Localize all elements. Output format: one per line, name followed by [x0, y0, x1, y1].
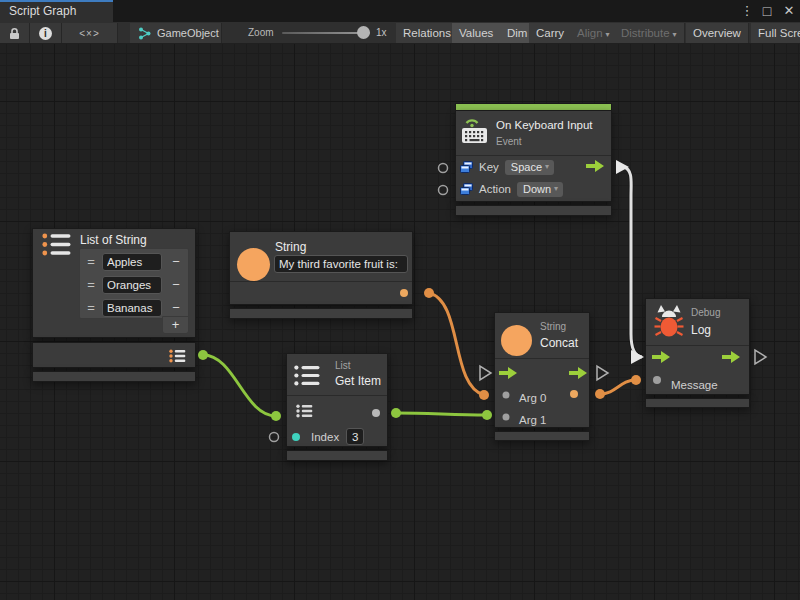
concat-flow-input-triangle[interactable] — [480, 366, 491, 380]
index-value-input[interactable] — [346, 428, 364, 445]
relations-label: Relations — [403, 27, 451, 39]
zoom-slider-handle[interactable] — [357, 26, 370, 39]
remove-item-button[interactable]: − — [162, 254, 190, 269]
chevron-down-icon: ▾ — [673, 30, 677, 39]
flow-ports-row — [495, 359, 589, 387]
overview-label: Overview — [693, 27, 741, 39]
window-maximize-icon[interactable]: □ — [758, 0, 776, 22]
list-output-port-icon[interactable] — [169, 349, 186, 363]
title-bar: Script Graph ⋮ □ ✕ — [0, 0, 800, 22]
lock-icon — [9, 27, 20, 40]
graph-toolbar: i <×> GameObject Zoom 1x Relations Value… — [0, 22, 800, 44]
node-title: On Keyboard Input — [496, 119, 593, 131]
values-label: Values — [459, 27, 493, 39]
concat-result-port[interactable] — [595, 389, 605, 399]
keyboard-key-port[interactable] — [439, 164, 448, 173]
zoom-label: Zoom — [248, 27, 274, 38]
flow-ports-row — [646, 346, 749, 373]
concat-arg0-input-port[interactable] — [479, 390, 489, 400]
concat-flow-output-triangle[interactable] — [597, 366, 608, 380]
tab-script-graph[interactable]: Script Graph — [0, 0, 113, 22]
distribute-label: Distribute — [621, 27, 670, 39]
keyboard-icon — [462, 115, 488, 144]
index-port-label: Index — [311, 431, 339, 443]
node-title: Get Item — [335, 374, 381, 388]
node-footer — [494, 431, 590, 441]
keyboard-flow-output-triangle[interactable] — [616, 160, 629, 174]
align-dropdown[interactable]: Align▾ — [570, 23, 618, 43]
zoom-value: 1x — [376, 27, 387, 38]
node-category: Debug — [691, 307, 720, 318]
distribute-dropdown[interactable]: Distribute▾ — [614, 23, 685, 43]
overview-button[interactable]: Overview — [686, 23, 749, 43]
gameobject-reference[interactable]: GameObject — [130, 23, 222, 43]
string-type-icon — [237, 248, 270, 281]
add-item-button[interactable]: + — [162, 316, 189, 334]
drag-handle-icon[interactable]: = — [80, 277, 102, 292]
log-flow-output-triangle[interactable] — [755, 350, 766, 364]
list-input-port-icon[interactable] — [296, 404, 313, 418]
values-toggle[interactable]: Values — [452, 23, 501, 43]
fullscreen-button[interactable]: Full Screen — [751, 23, 800, 43]
wire-string-to-concat[interactable] — [429, 293, 484, 395]
getitem-list-input-port[interactable] — [271, 411, 281, 421]
wire-getitem-to-concat[interactable] — [396, 413, 487, 415]
string-output-port[interactable] — [424, 288, 434, 298]
enum-icon — [460, 161, 473, 173]
getitem-output-port[interactable] — [391, 408, 401, 418]
node-footer — [286, 450, 388, 461]
chevron-down-icon: ▾ — [545, 162, 549, 171]
event-node-color-bar — [455, 103, 612, 110]
node-footer — [645, 398, 750, 408]
carry-toggle[interactable]: Carry — [529, 23, 572, 43]
carry-label: Carry — [536, 27, 564, 39]
action-value: Down — [523, 183, 551, 195]
key-dropdown[interactable]: Space▾ — [505, 160, 554, 175]
message-port-label: Message — [671, 379, 718, 391]
log-flow-input-triangle[interactable] — [631, 350, 644, 364]
remove-item-button[interactable]: − — [162, 277, 190, 292]
dim-label: Dim — [507, 27, 527, 39]
graph-owner-icon — [138, 27, 151, 40]
align-label: Align — [577, 27, 603, 39]
list-item-input[interactable] — [102, 276, 162, 294]
node-footer — [229, 308, 413, 319]
getitem-index-port[interactable] — [270, 433, 279, 442]
relations-toggle[interactable]: Relations — [396, 23, 459, 43]
concat-arg1-input-port[interactable] — [482, 410, 492, 420]
window-menu-icon[interactable]: ⋮ — [740, 0, 754, 22]
node-footer — [455, 205, 612, 216]
list-output-port[interactable] — [198, 350, 208, 360]
drag-handle-icon[interactable]: = — [80, 300, 102, 315]
list-item-row: = − — [80, 250, 190, 273]
gameobject-label: GameObject — [157, 27, 219, 39]
node-title: Concat — [540, 336, 578, 350]
remove-item-button[interactable]: − — [162, 300, 190, 315]
node-footer — [32, 371, 196, 382]
arg0-port-label: Arg 0 — [519, 392, 547, 404]
divider — [230, 281, 412, 282]
drag-handle-icon[interactable]: = — [80, 254, 102, 269]
info-icon: i — [39, 27, 52, 40]
wire-list-to-getitem[interactable] — [203, 355, 276, 416]
list-icon — [294, 365, 320, 386]
tab-title: Script Graph — [9, 4, 76, 18]
window-close-icon[interactable]: ✕ — [780, 0, 798, 22]
keyboard-action-port[interactable] — [439, 186, 448, 195]
wire-keyboard-to-log[interactable] — [624, 167, 642, 357]
lock-button[interactable] — [0, 23, 30, 43]
enum-icon — [460, 183, 473, 195]
log-message-input-port[interactable] — [631, 375, 641, 385]
list-item-row: = − — [80, 273, 190, 296]
action-dropdown[interactable]: Down▾ — [517, 182, 563, 197]
string-value-input[interactable] — [274, 255, 408, 273]
wire-shadow — [624, 167, 642, 357]
key-value: Space — [511, 161, 542, 173]
graph-canvas[interactable]: On Keyboard Input Event Key Space▾ Actio… — [0, 44, 800, 600]
list-item-input[interactable] — [102, 253, 162, 271]
wire-concat-to-log[interactable] — [600, 380, 636, 394]
key-port-label: Key — [479, 161, 499, 173]
list-item-input[interactable] — [102, 299, 162, 317]
code-view-button[interactable]: <×> — [62, 23, 118, 43]
info-button[interactable]: i — [30, 23, 62, 43]
